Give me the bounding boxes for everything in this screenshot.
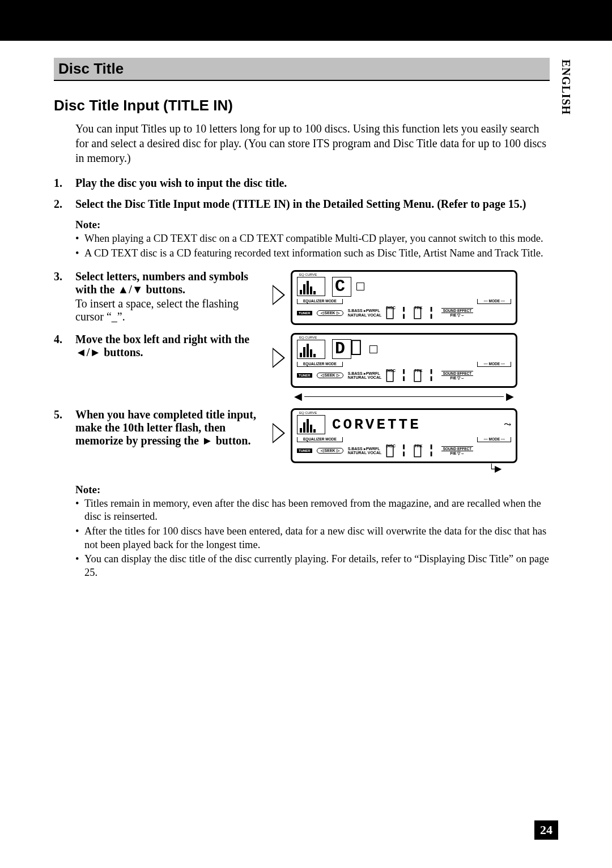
trk-number: ⎕ (414, 448, 423, 458)
tuner-icon: TUNER (297, 311, 312, 315)
note-label: Note: (75, 219, 550, 231)
step-description: To insert a space, select the flashing c… (75, 297, 262, 323)
title-entry-area: CORVETTE (329, 417, 500, 432)
title-entry-area: C (329, 277, 511, 297)
selected-char: D (332, 339, 351, 359)
display-figure-3: CORVETTE ⤳ EQUALIZER MODE ···· MODE ····… (291, 408, 517, 463)
mode-label: ···· MODE ···· (477, 437, 511, 442)
trk-number: ⎕ (414, 373, 423, 383)
step-title: Move the box left and right with the ◄/►… (75, 333, 262, 359)
page-number: 24 (534, 820, 558, 840)
step-number: 3. (54, 270, 75, 325)
step-number: 2. (54, 198, 75, 211)
natural-vocal-label: NATURAL VOCAL (348, 451, 382, 455)
seek-icon: ◁ SEEK ▷ (317, 448, 343, 454)
sound-effect-label: SOUND EFFECT (441, 371, 474, 376)
steps-list-cont: 3. Select letters, numbers and symbols w… (54, 270, 550, 475)
step-2: 2. Select the Disc Title Input mode (TIT… (54, 198, 550, 211)
step-number: 5. (54, 408, 75, 476)
sbass-label: S.BASS ▸PWRFL (348, 447, 382, 451)
mode-label: ···· MODE ···· (477, 299, 511, 304)
mode-label: ···· MODE ···· (477, 362, 511, 367)
disc-number: ⎕ (386, 310, 396, 320)
step-number: 1. (54, 177, 75, 190)
fie-label: FIE ▽ ⌣ (450, 451, 465, 456)
note-item: Titles remain in memory, even after the … (75, 497, 550, 524)
step-title: Select letters, numbers and symbols with… (75, 270, 262, 296)
disc-number: ⎕ (386, 373, 396, 383)
step-title: Play the disc you wish to input the disc… (75, 177, 550, 190)
subsection-title: Disc Title Input (TITLE IN) (54, 97, 550, 114)
note-item: You can display the disc title of the di… (75, 553, 550, 579)
tuner-icon: TUNER (297, 373, 312, 378)
natural-vocal-label: NATURAL VOCAL (348, 375, 382, 380)
display-figure-1: C EQUALIZER MODE ···· MODE ···· TUNER ◁ … (291, 270, 517, 325)
play-triangle-icon (273, 423, 285, 443)
note-2-list: Titles remain in memory, even after the … (75, 497, 550, 580)
language-tab: ENGLISH (559, 59, 572, 115)
arrow-right-icon: ▶ (506, 392, 514, 400)
note-item: When playing a CD TEXT disc on a CD TEXT… (75, 232, 550, 246)
equalizer-mode-label: EQUALIZER MODE (297, 299, 343, 304)
arrow-right-icon: └▶ (488, 463, 502, 474)
selected-char: C (332, 277, 351, 297)
seek-icon: ◁ SEEK ▷ (317, 373, 343, 378)
sbass-label: S.BASS ▸PWRFL (348, 309, 382, 313)
section-title-bar: Disc Title (54, 58, 550, 81)
eq-curve-icon (297, 415, 325, 434)
step-4: 4. Move the box left and right with the … (54, 333, 550, 400)
step-title: Select the Disc Title Input mode (TITLE … (75, 198, 550, 211)
natural-vocal-label: NATURAL VOCAL (348, 313, 382, 318)
flash-indicator-icon (351, 277, 369, 296)
display-figure-2: D⎕ EQUALIZER MODE ···· MODE ···· TUNER ◁… (291, 333, 517, 388)
note-item: After the titles for 100 discs have been… (75, 525, 550, 551)
trk-number: ⎕ (414, 310, 423, 320)
note-label: Note: (75, 484, 550, 496)
equalizer-mode-label: EQUALIZER MODE (297, 437, 343, 442)
sound-effect-label: SOUND EFFECT (441, 308, 474, 313)
equalizer-mode-label: EQUALIZER MODE (297, 362, 343, 367)
note-item: A CD TEXT disc is a CD featuring recorde… (75, 247, 550, 260)
flash-indicator-icon (364, 340, 382, 358)
steps-list: 1. Play the disc you wish to input the d… (54, 177, 550, 211)
seek-icon: ◁ SEEK ▷ (317, 310, 343, 316)
sbass-label: S.BASS ▸PWRFL (348, 371, 382, 376)
step-1: 1. Play the disc you wish to input the d… (54, 177, 550, 190)
title-entry-area: D⎕ (329, 339, 511, 359)
fie-label: FIE ▽ ⌣ (450, 376, 465, 380)
play-triangle-icon (273, 285, 285, 305)
step-number: 4. (54, 333, 75, 400)
eq-curve-icon (297, 277, 325, 296)
fie-label: FIE ▽ ⌣ (450, 313, 465, 318)
disc-trk-sep: ¦ (400, 308, 409, 318)
sound-effect-label: SOUND EFFECT (441, 446, 474, 451)
header-black-band (0, 0, 612, 41)
intro-paragraph: You can input Titles up to 10 letters lo… (75, 121, 550, 165)
memorize-icon: ⤳ (504, 419, 511, 430)
page-content: Disc Title Disc Title Input (TITLE IN) Y… (0, 41, 612, 580)
step-3: 3. Select letters, numbers and symbols w… (54, 270, 550, 325)
play-triangle-icon (273, 348, 285, 368)
step-5: 5. When you have completed title input, … (54, 408, 550, 476)
trk-sep: ¦ (427, 308, 436, 318)
note-1-list: When playing a CD TEXT disc on a CD TEXT… (75, 232, 550, 260)
arrow-left-icon: ◀ (294, 392, 302, 400)
tuner-icon: TUNER (297, 448, 312, 453)
disc-number: ⎕ (386, 448, 396, 458)
eq-curve-icon (297, 340, 325, 359)
step-title: When you have completed title input, mak… (75, 408, 262, 447)
left-right-arrow: ◀ ▶ (291, 392, 517, 400)
